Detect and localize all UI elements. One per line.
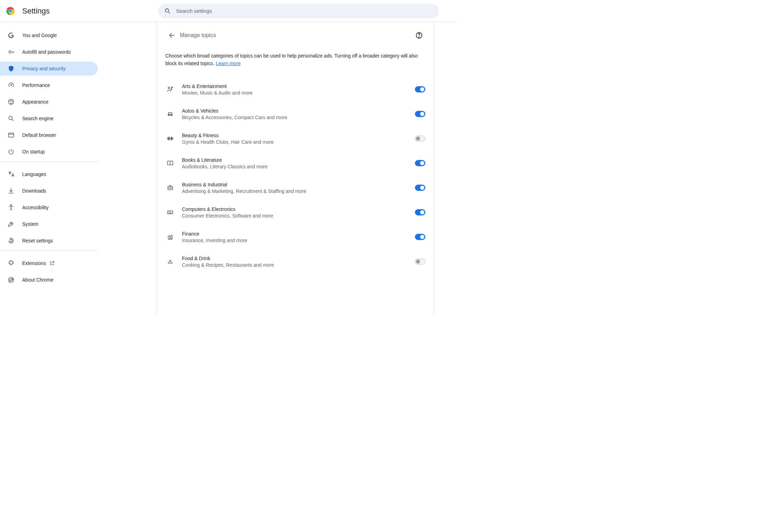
sidebar-item-appearance[interactable]: Appearance (0, 95, 98, 109)
topic-row-business: Business & Industrial Advertising & Mark… (165, 176, 425, 200)
speedometer-icon (8, 82, 15, 89)
help-button[interactable] (413, 29, 425, 42)
topic-row-arts: Arts & Entertainment Movies, Music & Aud… (165, 77, 425, 102)
topic-row-books: Books & Literature Audiobooks, Literary … (165, 151, 425, 176)
sidebar-item-languages[interactable]: Languages (0, 167, 98, 181)
header-left: Settings (6, 6, 158, 16)
topic-row-food: Food & Drink Cooking & Recipes, Restaura… (165, 249, 425, 274)
search-icon (8, 115, 15, 122)
sidebar-item-reset-settings[interactable]: Reset settings (0, 234, 98, 248)
sidebar-item-label: Downloads (22, 188, 46, 194)
sidebar-item-label: System (22, 221, 38, 227)
topic-row-autos: Autos & Vehicles Bicycles & Accessories,… (165, 102, 425, 126)
external-link-icon (49, 260, 55, 266)
topic-text: Food & Drink Cooking & Recipes, Restaura… (179, 256, 415, 268)
key-icon (8, 48, 15, 55)
settings-card: Manage topics Choose which broad categor… (157, 22, 434, 314)
svg-point-8 (12, 101, 13, 102)
sidebar-item-about-chrome[interactable]: About Chrome (0, 273, 98, 287)
card-header: Manage topics (165, 29, 425, 42)
main: Manage topics Choose which broad categor… (98, 22, 457, 314)
sidebar-item-downloads[interactable]: Downloads (0, 184, 98, 198)
search-container[interactable] (158, 4, 439, 18)
keyboard-icon (165, 209, 179, 216)
briefcase-icon (165, 184, 179, 191)
sidebar-item-autofill[interactable]: Autofill and passwords (0, 45, 98, 59)
topic-subtitle: Movies, Music & Audio and more (182, 90, 415, 96)
chrome-outline-icon (8, 276, 15, 283)
svg-rect-10 (9, 133, 14, 137)
topic-subtitle: Cooking & Recipes, Restaurants and more (182, 262, 415, 268)
topic-title: Finance (182, 231, 415, 237)
topic-toggle-beauty[interactable] (415, 135, 425, 142)
topic-toggle-arts[interactable] (415, 86, 425, 92)
sidebar-item-label: Performance (22, 82, 50, 88)
topic-toggle-business[interactable] (415, 185, 425, 191)
header: Settings (0, 0, 457, 22)
sidebar-item-performance[interactable]: Performance (0, 78, 98, 92)
topic-title: Arts & Entertainment (182, 83, 415, 89)
topic-subtitle: Gyms & Health Clubs, Hair Care and more (182, 139, 415, 145)
svg-point-19 (171, 115, 172, 115)
sidebar-item-default-browser[interactable]: Default browser (0, 128, 98, 142)
page-description: Choose which broad categories of topics … (165, 52, 425, 68)
svg-point-16 (168, 87, 170, 89)
help-icon (415, 32, 423, 39)
reset-icon (8, 237, 15, 244)
app-title: Settings (22, 7, 50, 16)
chart-icon (165, 233, 179, 240)
topic-toggle-finance[interactable] (415, 234, 425, 240)
sidebar-item-search-engine[interactable]: Search engine (0, 112, 98, 125)
wrench-icon (8, 221, 15, 228)
topic-subtitle: Bicycles & Accessories, Compact Cars and… (182, 115, 415, 120)
svg-rect-22 (169, 137, 170, 140)
dumbbell-icon (165, 135, 179, 142)
sidebar-item-accessibility[interactable]: Accessibility (0, 201, 98, 214)
card-title: Manage topics (180, 32, 413, 38)
topic-text: Arts & Entertainment Movies, Music & Aud… (179, 83, 415, 96)
extension-icon (8, 260, 15, 267)
topic-row-computers: Computers & Electronics Consumer Electro… (165, 200, 425, 225)
sidebar-divider (0, 250, 98, 251)
settings-page: Settings You and Google Autofill and pa (0, 0, 457, 314)
svg-point-4 (11, 85, 12, 86)
topic-title: Books & Literature (182, 157, 415, 163)
svg-rect-21 (172, 138, 173, 140)
sidebar-item-label: You and Google (22, 33, 57, 38)
svg-point-2 (9, 10, 12, 12)
topic-text: Books & Literature Audiobooks, Literary … (179, 157, 415, 169)
sidebar-divider (0, 161, 98, 162)
topic-subtitle: Consumer Electronics, Software and more (182, 213, 415, 219)
search-input[interactable] (176, 8, 433, 14)
sidebar-item-label: On startup (22, 149, 45, 154)
sidebar-item-you-and-google[interactable]: You and Google (0, 28, 98, 42)
svg-point-6 (10, 101, 10, 102)
topic-toggle-books[interactable] (415, 160, 425, 166)
svg-point-3 (9, 51, 11, 53)
topic-text: Autos & Vehicles Bicycles & Accessories,… (179, 108, 415, 120)
topic-title: Beauty & Fitness (182, 133, 415, 138)
topic-text: Computers & Electronics Consumer Electro… (179, 206, 415, 219)
sidebar-item-extensions[interactable]: Extensions (0, 256, 98, 270)
topic-toggle-food[interactable] (415, 258, 425, 265)
palette-icon (8, 98, 15, 105)
topic-toggle-autos[interactable] (415, 111, 425, 117)
person-music-icon (165, 86, 179, 93)
topic-text: Finance Insurance, Investing and more (179, 231, 415, 243)
browser-icon (8, 132, 15, 139)
sidebar-item-privacy-security[interactable]: Privacy and security (0, 62, 98, 76)
sidebar-item-on-startup[interactable]: On startup (0, 145, 98, 159)
learn-more-link[interactable]: Learn more (216, 61, 241, 66)
google-g-icon (8, 32, 15, 39)
back-button[interactable] (165, 29, 178, 42)
svg-rect-20 (168, 138, 169, 140)
sidebar: You and Google Autofill and passwords Pr… (0, 22, 98, 314)
chrome-logo-icon (6, 6, 15, 16)
sidebar-item-label: Default browser (22, 132, 56, 138)
power-icon (8, 148, 15, 155)
topic-subtitle: Audiobooks, Literary Classics and more (182, 164, 415, 169)
sidebar-item-system[interactable]: System (0, 217, 98, 231)
book-icon (165, 160, 179, 167)
svg-point-7 (11, 100, 11, 101)
topic-toggle-computers[interactable] (415, 209, 425, 215)
